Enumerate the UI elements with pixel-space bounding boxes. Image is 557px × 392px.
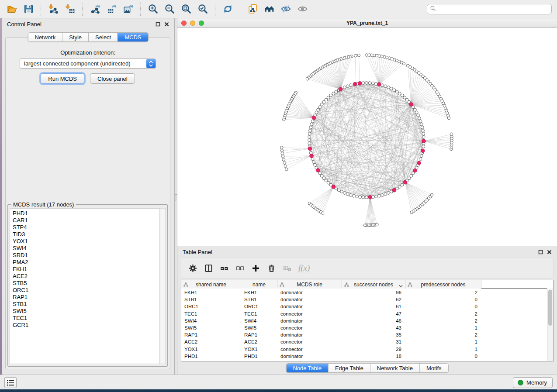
mcds-result-node[interactable]: TEC1 bbox=[13, 315, 159, 322]
graph-node[interactable] bbox=[283, 162, 286, 165]
mcds-result-node[interactable]: SWI5 bbox=[13, 308, 159, 315]
graph-node[interactable] bbox=[332, 92, 335, 95]
table-row-TEC1[interactable]: TEC1TEC1connector472 bbox=[181, 310, 547, 317]
column-header-predecessor-nodes[interactable]: predecessor nodes bbox=[405, 280, 481, 289]
graph-node[interactable] bbox=[365, 54, 368, 57]
table-tab-motifs[interactable]: Motifs bbox=[419, 364, 448, 372]
column-header-MCDS-role[interactable]: MCDS role bbox=[277, 280, 342, 289]
graph-node[interactable] bbox=[327, 96, 330, 99]
mcds-result-node[interactable]: STP4 bbox=[13, 224, 159, 231]
graph-node[interactable] bbox=[371, 82, 374, 85]
add-column-button[interactable] bbox=[251, 262, 260, 274]
graph-node[interactable] bbox=[308, 142, 311, 145]
mcds-result-node[interactable]: RAP1 bbox=[13, 294, 159, 301]
zoom-out-button[interactable] bbox=[163, 2, 176, 16]
refresh-layout-button[interactable] bbox=[221, 2, 235, 16]
graph-node[interactable] bbox=[309, 126, 312, 129]
mcds-result-node[interactable]: STB1 bbox=[13, 301, 159, 308]
graph-node[interactable] bbox=[322, 177, 325, 180]
graph-node[interactable] bbox=[320, 174, 323, 177]
graph-node[interactable] bbox=[362, 196, 365, 199]
graph-node[interactable] bbox=[375, 195, 378, 198]
scrollbar-thumb[interactable] bbox=[548, 290, 552, 326]
graph-node[interactable] bbox=[282, 158, 285, 161]
graph-node[interactable] bbox=[281, 155, 284, 158]
graph-node[interactable] bbox=[318, 172, 322, 175]
mcds-result-node[interactable]: SWI4 bbox=[13, 245, 159, 252]
column-header-name[interactable]: name bbox=[241, 280, 277, 289]
mcds-graph-node[interactable] bbox=[413, 168, 417, 172]
control-panel-float-panel-button[interactable] bbox=[156, 22, 160, 27]
graph-node[interactable] bbox=[357, 54, 360, 57]
graph-node[interactable] bbox=[401, 94, 404, 97]
table-row-YOX1[interactable]: YOX1YOX1connector291 bbox=[181, 346, 547, 353]
graph-node[interactable] bbox=[422, 135, 425, 138]
graph-node[interactable] bbox=[417, 114, 420, 117]
table-panel-close-panel-icon[interactable] bbox=[547, 250, 552, 254]
graph-node[interactable] bbox=[329, 94, 332, 97]
graph-node[interactable] bbox=[346, 193, 349, 196]
import-network-button[interactable] bbox=[46, 2, 60, 16]
graph-node[interactable] bbox=[280, 149, 284, 152]
graph-node[interactable] bbox=[352, 194, 355, 197]
table-tab-edge-table[interactable]: Edge Table bbox=[328, 364, 370, 372]
table-panel-float-panel-button[interactable] bbox=[538, 250, 543, 254]
graph-node[interactable] bbox=[311, 158, 314, 161]
table-row-SWI5[interactable]: SWI5SWI5connector431 bbox=[181, 324, 547, 331]
mcds-graph-node[interactable] bbox=[358, 82, 362, 86]
mcds-graph-node[interactable] bbox=[368, 195, 372, 199]
table-tab-node-table[interactable]: Node Table bbox=[286, 364, 328, 372]
graph-node[interactable] bbox=[387, 86, 390, 89]
graph-node[interactable] bbox=[285, 168, 288, 171]
table-row-PHD1[interactable]: PHD1PHD1dominator180 bbox=[181, 353, 547, 360]
graph-node[interactable] bbox=[321, 212, 324, 215]
mcds-result-node[interactable]: GCR1 bbox=[13, 322, 159, 329]
show-all-button[interactable] bbox=[295, 2, 309, 16]
mcds-graph-node[interactable] bbox=[308, 147, 312, 151]
zoom-fit-button[interactable] bbox=[179, 2, 193, 16]
graph-node[interactable] bbox=[368, 82, 371, 85]
mcds-result-scrollbar[interactable] bbox=[160, 208, 166, 364]
graph-node[interactable] bbox=[337, 189, 340, 192]
graph-node[interactable] bbox=[283, 118, 286, 121]
graph-node[interactable] bbox=[421, 126, 424, 129]
graph-node[interactable] bbox=[450, 133, 453, 136]
run-mcds-button[interactable]: Run MCDS bbox=[41, 73, 84, 84]
graph-node[interactable] bbox=[420, 123, 423, 126]
graph-node[interactable] bbox=[343, 192, 346, 195]
graph-node[interactable] bbox=[422, 129, 425, 132]
settings-button[interactable] bbox=[188, 262, 197, 274]
graph-node[interactable] bbox=[430, 193, 433, 196]
graph-node[interactable] bbox=[406, 64, 409, 67]
graph-node[interactable] bbox=[387, 192, 390, 195]
table-row-ACE2[interactable]: ACE2ACE2connector311 bbox=[181, 338, 547, 345]
graph-node[interactable] bbox=[320, 103, 323, 106]
graph-node[interactable] bbox=[398, 185, 401, 188]
memory-button[interactable]: Memory bbox=[513, 377, 553, 388]
graph-node[interactable] bbox=[318, 106, 322, 109]
graph-node[interactable] bbox=[308, 139, 311, 142]
graph-node[interactable] bbox=[403, 96, 406, 99]
graph-node[interactable] bbox=[325, 98, 328, 101]
optimization-criterion-select[interactable]: largest connected component (undirected) bbox=[20, 58, 156, 69]
graph-node[interactable] bbox=[327, 181, 330, 184]
graph-node[interactable] bbox=[346, 85, 349, 88]
mcds-result-node[interactable]: YOX1 bbox=[13, 238, 159, 245]
graph-node[interactable] bbox=[349, 194, 352, 197]
mcds-result-node[interactable]: PMA2 bbox=[13, 259, 159, 266]
task-history-button[interactable] bbox=[4, 377, 17, 388]
graph-node[interactable] bbox=[376, 223, 379, 226]
column-header-shared-name[interactable]: shared name bbox=[181, 280, 241, 289]
graph-node[interactable] bbox=[398, 92, 401, 95]
graph-node[interactable] bbox=[354, 54, 357, 57]
graph-node[interactable] bbox=[335, 90, 338, 93]
table-row-SWI4[interactable]: SWI4SWI4dominator462 bbox=[181, 317, 547, 324]
graph-node[interactable] bbox=[415, 111, 418, 114]
graph-node[interactable] bbox=[419, 120, 422, 123]
mcds-graph-node[interactable] bbox=[310, 154, 314, 158]
table-row-RAP1[interactable]: RAP1RAP1dominator352 bbox=[181, 331, 547, 338]
graph-node[interactable] bbox=[325, 179, 328, 182]
mcds-graph-node[interactable] bbox=[332, 185, 336, 189]
control-panel-close-panel-icon[interactable] bbox=[164, 22, 169, 27]
graph-node[interactable] bbox=[381, 84, 384, 87]
